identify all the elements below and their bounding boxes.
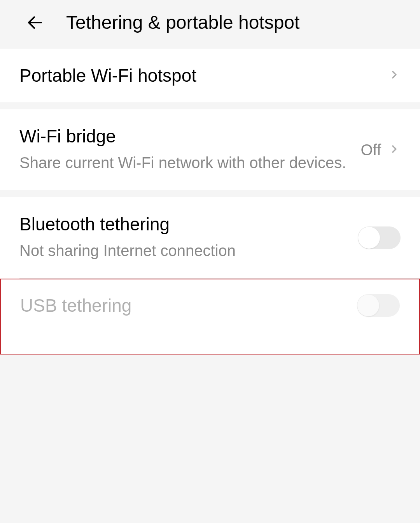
back-icon[interactable] [25,13,45,32]
portable-wifi-hotspot-label: Portable Wi-Fi hotspot [19,65,388,86]
wifi-bridge-subtitle: Share current Wi-Fi network with other d… [19,151,360,174]
header: Tethering & portable hotspot [0,0,420,49]
section-portable-hotspot: Portable Wi-Fi hotspot [0,49,420,102]
chevron-right-icon [388,143,401,157]
wifi-bridge-item[interactable]: Wi-Fi bridge Share current Wi-Fi network… [0,109,420,190]
bluetooth-tethering-subtitle: Not sharing Internet connection [19,239,358,262]
usb-tethering-label: USB tethering [20,295,357,316]
bluetooth-tethering-item[interactable]: Bluetooth tethering Not sharing Internet… [0,197,420,278]
chevron-right-icon [388,68,401,82]
bluetooth-tethering-label: Bluetooth tethering [19,214,358,235]
toggle-knob [357,295,379,316]
page-title: Tethering & portable hotspot [66,12,299,33]
usb-tethering-item[interactable]: USB tethering [0,279,420,355]
section-wifi-bridge: Wi-Fi bridge Share current Wi-Fi network… [0,109,420,190]
usb-tethering-toggle [357,294,400,317]
bluetooth-tethering-toggle[interactable] [358,226,401,249]
portable-wifi-hotspot-item[interactable]: Portable Wi-Fi hotspot [0,49,420,102]
wifi-bridge-label: Wi-Fi bridge [19,126,360,147]
wifi-bridge-value: Off [360,141,381,159]
section-tethering: Bluetooth tethering Not sharing Internet… [0,197,420,355]
toggle-knob [358,227,380,249]
